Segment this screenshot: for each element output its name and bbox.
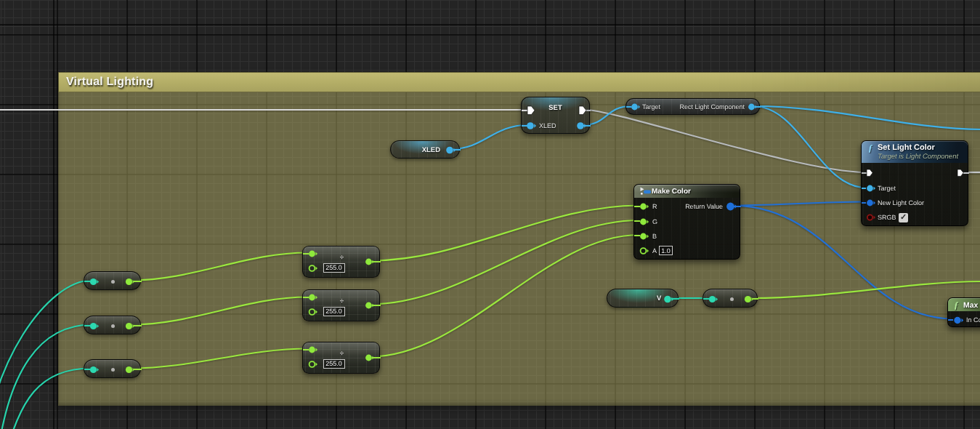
- div3-in-pin[interactable]: [307, 345, 318, 354]
- make-color-return-label: Return Value: [685, 203, 723, 210]
- div1-out-pin[interactable]: [364, 257, 375, 266]
- slc-srgb-label: SRGB: [878, 214, 896, 221]
- slc-exec-in-pin[interactable]: [866, 169, 874, 177]
- conv2-dot: [111, 324, 115, 328]
- conv1-in-pin[interactable]: [89, 277, 100, 286]
- convm-dot: [730, 297, 734, 301]
- make-color-b-label: B: [652, 233, 657, 240]
- wire-offscreen-to-conv2[interactable]: [0, 325, 92, 429]
- div2-in-pin[interactable]: [307, 293, 318, 302]
- make-color-a-label: A: [652, 247, 657, 254]
- div1-in2-pin[interactable]: [307, 264, 318, 273]
- wire-rlc-to-slc-target[interactable]: [753, 106, 866, 188]
- node-get-v[interactable]: V: [607, 289, 679, 308]
- conv2-in-pin[interactable]: [89, 321, 100, 331]
- function-icon: ƒ: [868, 143, 873, 154]
- slc-srgb-pin[interactable]: [865, 213, 876, 222]
- div1-value[interactable]: 255.0: [323, 263, 345, 273]
- make-color-title: Make Color: [652, 188, 691, 196]
- make-color-a-value[interactable]: 1.0: [659, 246, 673, 255]
- node-conversion-3[interactable]: [84, 359, 141, 378]
- div2-in2-pin[interactable]: [307, 308, 318, 316]
- make-color-g-pin[interactable]: [639, 217, 649, 226]
- make-color-a-pin[interactable]: [639, 246, 649, 255]
- exec-out-pin[interactable]: [578, 105, 588, 116]
- node-divide-3[interactable]: ÷ 255.0: [302, 342, 380, 374]
- v-get-label: V: [657, 294, 661, 302]
- div1-in-pin[interactable]: [307, 249, 318, 258]
- function-icon: ƒ: [954, 300, 959, 311]
- make-color-b-pin[interactable]: [639, 232, 649, 241]
- slc-target-pin[interactable]: [865, 184, 876, 193]
- wire-conv3-to-div3[interactable]: [131, 349, 308, 369]
- make-struct-icon: [639, 187, 652, 196]
- node-make-color[interactable]: Make Color R G B A 1.0 Return Value: [633, 184, 740, 260]
- wire-stub: [134, 325, 142, 326]
- max-in-pin[interactable]: [952, 316, 965, 325]
- wire-stub: [671, 298, 679, 300]
- wire-makecolor-to-newlightcolor[interactable]: [732, 202, 866, 206]
- node-divide-1[interactable]: ÷ 255.0: [302, 246, 380, 278]
- wire-stub: [753, 298, 758, 300]
- max-in-label: In Col: [966, 316, 980, 324]
- exec-in-pin[interactable]: [527, 105, 536, 116]
- rlc-output-label: Rect Light Component: [679, 103, 745, 111]
- wire-div1-to-r[interactable]: [370, 206, 639, 261]
- convm-in-pin[interactable]: [708, 294, 718, 304]
- xled-out-pin[interactable]: [575, 121, 587, 131]
- div3-in2-pin[interactable]: [307, 360, 318, 369]
- wire-stub: [453, 149, 461, 151]
- slc-exec-out-pin[interactable]: [957, 169, 965, 177]
- wire-conv2-to-div2[interactable]: [131, 297, 308, 325]
- set-light-color-title: Set Light Color: [878, 143, 935, 152]
- blueprint-canvas[interactable]: Virtual Lighting SET: [0, 0, 980, 429]
- wire-set-to-rlc-target[interactable]: [583, 106, 631, 125]
- conv1-dot: [111, 280, 115, 284]
- div2-out-pin[interactable]: [364, 301, 375, 310]
- div3-value[interactable]: 255.0: [323, 359, 345, 369]
- max-title: Max (: [963, 301, 980, 310]
- slc-new-light-color-pin[interactable]: [865, 199, 876, 207]
- slc-target-label: Target: [878, 185, 896, 192]
- wire-xled-to-set[interactable]: [451, 125, 527, 149]
- rlc-target-label: Target: [642, 103, 660, 111]
- node-set-light-color[interactable]: ƒ Set Light Color Target is Light Compon…: [861, 140, 968, 226]
- node-rect-light-component[interactable]: Target Rect Light Component: [625, 98, 760, 115]
- wire-div3-to-b[interactable]: [370, 235, 639, 357]
- make-color-return-pin[interactable]: [725, 201, 738, 212]
- div2-value[interactable]: 255.0: [323, 307, 345, 316]
- conv3-dot: [111, 368, 115, 372]
- wire-offscreen-to-conv3[interactable]: [3, 369, 92, 429]
- rlc-out-pin[interactable]: [747, 103, 758, 111]
- set-light-color-subtitle: Target is Light Component: [878, 153, 958, 161]
- make-color-r-label: R: [652, 203, 657, 210]
- slc-srgb-checkbox[interactable]: ✓: [899, 213, 908, 222]
- wire-rlc-to-right-edge[interactable]: [753, 106, 980, 129]
- set-pin-label: XLED: [539, 122, 556, 129]
- xled-in-pin[interactable]: [525, 121, 537, 131]
- node-conversion-middle[interactable]: [702, 289, 758, 308]
- slc-new-light-color-label: New Light Color: [878, 199, 924, 207]
- wire-offscreen-to-conv1[interactable]: [0, 281, 92, 429]
- rlc-target-pin[interactable]: [630, 103, 641, 111]
- make-color-r-pin[interactable]: [639, 202, 649, 211]
- wire-stub: [134, 281, 142, 282]
- node-conversion-2[interactable]: [84, 316, 141, 334]
- div3-out-pin[interactable]: [364, 353, 375, 362]
- wire-conv1-to-div1[interactable]: [131, 253, 308, 281]
- conv3-in-pin[interactable]: [89, 365, 100, 374]
- xled-get-label: XLED: [422, 146, 440, 154]
- make-color-g-label: G: [652, 218, 657, 225]
- node-set-xled[interactable]: SET XLED: [521, 97, 590, 134]
- node-get-xled[interactable]: XLED: [390, 140, 460, 159]
- wire-stub: [134, 369, 142, 370]
- wire-convm-to-right-edge[interactable]: [750, 281, 980, 298]
- wire-layer: [0, 0, 980, 429]
- node-max[interactable]: ƒ Max ( In Col: [947, 297, 980, 327]
- node-conversion-1[interactable]: [84, 271, 141, 290]
- node-divide-2[interactable]: ÷ 255.0: [302, 289, 380, 321]
